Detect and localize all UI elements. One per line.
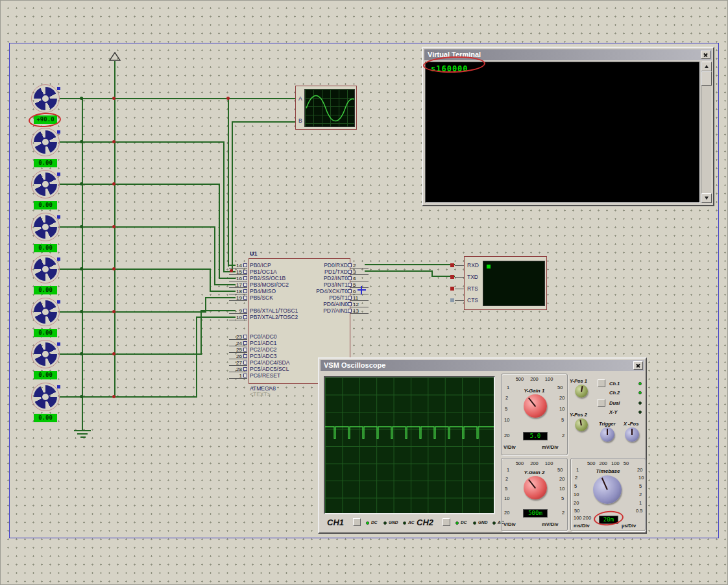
pin-name: PC5/ADC5/SCL bbox=[247, 366, 289, 372]
scale-number: 5 bbox=[574, 483, 577, 489]
scope-title-bar[interactable]: VSM Oscilloscope bbox=[321, 360, 644, 371]
terminal-screen[interactable]: s160000 bbox=[425, 62, 700, 203]
mcu-ref: U1 bbox=[250, 250, 258, 257]
pin-number: 10 bbox=[229, 315, 243, 320]
junction-dot bbox=[112, 352, 115, 355]
pin-number: 26 bbox=[229, 353, 243, 359]
mode-xy-led bbox=[638, 411, 642, 414]
mode-dual-led bbox=[638, 401, 642, 405]
compim-component[interactable]: RXD TXD RTS CTS bbox=[464, 256, 547, 310]
pin-stub bbox=[455, 300, 464, 301]
pin-name: PD6/AIN0 bbox=[275, 301, 348, 307]
pin-number: 13 bbox=[352, 308, 365, 314]
y-gain1-knob[interactable] bbox=[524, 394, 547, 418]
scale-number: 1 bbox=[639, 500, 642, 506]
mode-xy-label: X-Y bbox=[609, 409, 618, 415]
pin-pc0: 23PC0/ADC0 bbox=[229, 333, 382, 340]
close-icon[interactable] bbox=[633, 361, 643, 370]
y-pos1-knob[interactable] bbox=[575, 385, 588, 398]
y-gain2-knob[interactable] bbox=[524, 476, 547, 499]
scrollbar-thumb[interactable] bbox=[701, 71, 712, 86]
scale-number: 0.5 bbox=[636, 508, 642, 514]
compim-pin-cts: CTS bbox=[467, 297, 478, 304]
servo-motor-7[interactable] bbox=[31, 340, 60, 368]
cursor-icon bbox=[358, 286, 366, 294]
pin-pc2: 25PC2/ADC2 bbox=[229, 346, 382, 353]
scroll-down-button[interactable] bbox=[701, 193, 712, 203]
wire bbox=[232, 121, 295, 123]
junction-dot bbox=[80, 97, 83, 100]
pin-name: PB0/ICP bbox=[247, 262, 271, 269]
mode-ch2-label: Ch.2 bbox=[609, 390, 620, 396]
pin-number: 11 bbox=[352, 295, 365, 301]
servo-pin-marker bbox=[57, 385, 60, 388]
pulse-waveform bbox=[325, 377, 494, 513]
oscilloscope-window[interactable]: VSM Oscilloscope CH1 DC GND AC CH2 DC GN… bbox=[318, 357, 647, 534]
ch2-label: CH2 bbox=[417, 518, 433, 527]
arrow-up-icon bbox=[705, 65, 709, 68]
pin-name: PD5/T1 bbox=[275, 294, 348, 301]
trigger-knob[interactable] bbox=[600, 427, 614, 442]
pin-end-marker bbox=[450, 275, 454, 279]
pin-name: PC2/ADC2 bbox=[247, 346, 277, 353]
scale-number: 100 200 bbox=[574, 515, 591, 521]
scale-number: 5 bbox=[561, 495, 564, 501]
servo-hub bbox=[41, 94, 50, 103]
scale-number: 20 bbox=[504, 510, 509, 516]
dual-mode-button[interactable] bbox=[598, 399, 605, 407]
pin-number: 1 bbox=[229, 373, 243, 379]
scroll-up-button[interactable] bbox=[701, 62, 712, 71]
junction-dot bbox=[112, 97, 115, 100]
junction-dot bbox=[80, 140, 83, 143]
wire bbox=[228, 98, 229, 267]
servo-hub bbox=[41, 307, 50, 316]
compim-pin-rxd: RXD bbox=[467, 262, 479, 269]
knob-pointer bbox=[528, 398, 536, 407]
msdiv-unit: ms/Div bbox=[574, 523, 590, 529]
servo-motor-1[interactable] bbox=[31, 84, 60, 113]
pin-end-marker bbox=[450, 263, 454, 267]
y-pos2-knob[interactable] bbox=[575, 418, 588, 431]
power-rail bbox=[114, 61, 115, 398]
close-icon[interactable] bbox=[701, 51, 710, 59]
mvdiv-unit: mV/Div bbox=[542, 444, 558, 450]
timebase-knob[interactable] bbox=[593, 475, 622, 504]
scale-number: 20 bbox=[559, 395, 564, 401]
servo-pin-marker bbox=[57, 257, 60, 261]
servo-motor-5[interactable] bbox=[31, 255, 60, 283]
x-pos-knob[interactable] bbox=[625, 427, 639, 442]
pin-name: PD3/INT1 bbox=[275, 281, 348, 288]
compim-screen bbox=[483, 261, 545, 306]
servo-pin-marker bbox=[57, 300, 60, 304]
ch1-mode-button[interactable] bbox=[598, 379, 605, 387]
vdiv-unit: V/Div bbox=[504, 444, 516, 450]
vdiv-unit: V/Div bbox=[504, 521, 516, 527]
pin-name: PC4/ADC4/SDA bbox=[247, 359, 289, 366]
ch2-gnd-label: GND bbox=[478, 520, 487, 525]
servo-hub bbox=[41, 222, 50, 232]
scale-number: 20 bbox=[559, 476, 564, 482]
servo-motor-6[interactable] bbox=[31, 298, 60, 326]
junction-dot bbox=[80, 395, 83, 398]
junction-dot bbox=[226, 97, 230, 100]
pin-stub bbox=[455, 265, 464, 266]
graph-component[interactable]: A B bbox=[295, 86, 357, 130]
trigger-label: Trigger bbox=[599, 421, 616, 427]
pin-number: 14 bbox=[229, 263, 243, 269]
knob-pointer bbox=[528, 479, 536, 488]
servo-motor-3[interactable] bbox=[31, 170, 60, 198]
ch2-button[interactable] bbox=[443, 518, 450, 526]
scale-number: 2 bbox=[562, 510, 564, 516]
ch1-label: CH1 bbox=[327, 518, 344, 527]
servo-motor-8[interactable] bbox=[31, 383, 60, 411]
scale-number: 10 bbox=[504, 495, 509, 501]
pin-name: PC3/ADC3 bbox=[247, 353, 277, 359]
servo-motor-4[interactable] bbox=[31, 213, 60, 241]
servo-motor-2[interactable] bbox=[31, 128, 60, 156]
wire bbox=[60, 184, 219, 185]
terminal-scrollbar[interactable] bbox=[701, 62, 711, 203]
power-terminal-icon bbox=[108, 52, 121, 62]
x-pos-label: X -Pos bbox=[624, 421, 638, 427]
ch1-gnd-led bbox=[383, 521, 387, 525]
ch1-button[interactable] bbox=[353, 518, 361, 526]
